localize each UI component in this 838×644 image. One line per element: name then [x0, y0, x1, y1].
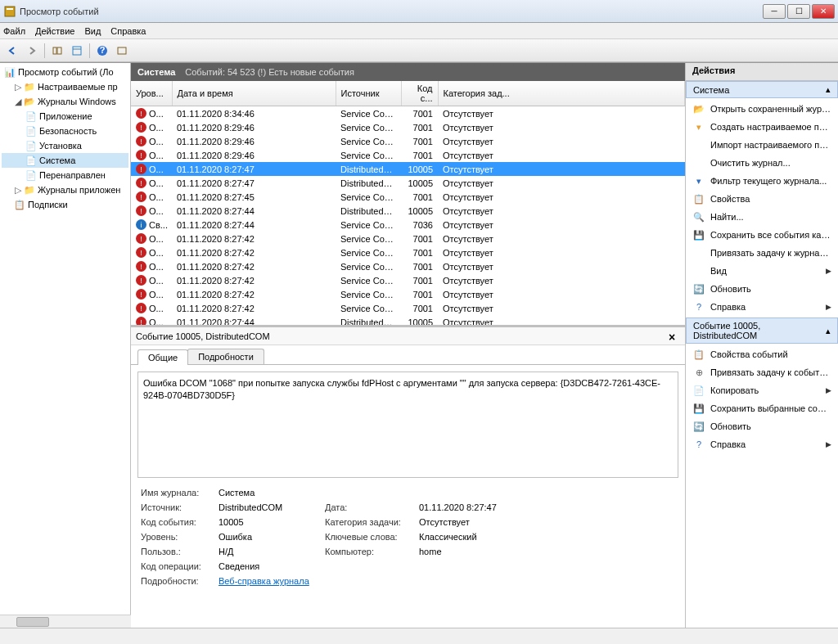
action-item[interactable]: ▾Создать настраиваемое предс...	[686, 118, 838, 136]
minimize-button[interactable]: ─	[763, 4, 786, 19]
expand-icon[interactable]: ▷	[13, 82, 23, 92]
table-row[interactable]: !О...01.11.2020 8:27:42Service Cont...70…	[131, 232, 685, 245]
action-item[interactable]: ?Справка▶	[686, 298, 838, 316]
tree-application[interactable]: 📄Приложение	[2, 109, 128, 124]
col-code[interactable]: Код с...	[401, 81, 438, 106]
table-row[interactable]: !О...01.11.2020 8:27:42Service Cont...70…	[131, 287, 685, 301]
action-item[interactable]: ?Справка▶	[686, 435, 838, 453]
submenu-arrow-icon: ▶	[826, 440, 831, 448]
tab-general[interactable]: Общие	[137, 349, 188, 365]
table-row[interactable]: !О...01.11.2020 8:27:47DistributedC...10…	[131, 162, 685, 176]
table-row[interactable]: iСв...01.11.2020 8:27:44Service Cont...7…	[131, 218, 685, 232]
table-row[interactable]: !О...01.11.2020 8:27:45Service Cont...70…	[131, 190, 685, 204]
action-item[interactable]: Очистить журнал...	[686, 154, 838, 172]
detail-close-button[interactable]: ×	[669, 331, 680, 342]
toolbar-btn-2[interactable]	[68, 42, 86, 60]
table-row[interactable]: !О...01.11.2020 8:27:44DistributedC...10…	[131, 315, 685, 325]
action-item[interactable]: Вид▶	[686, 262, 838, 280]
svg-rect-8	[118, 47, 126, 54]
table-row[interactable]: !О...01.11.2020 8:27:42Service Cont...70…	[131, 245, 685, 259]
menu-action[interactable]: Действие	[35, 26, 74, 36]
tree-subscriptions[interactable]: 📋Подписки	[2, 197, 128, 212]
action-item[interactable]: 🔄Обновить	[686, 417, 838, 435]
detail-message[interactable]: Ошибка DCOM "1068" при попытке запуска с…	[137, 372, 678, 478]
action-item[interactable]: Импорт настраиваемого пред...	[686, 136, 838, 154]
table-row[interactable]: !О...01.11.2020 8:27:42Service Cont...70…	[131, 273, 685, 287]
event-grid[interactable]: Уров... Дата и время Источник Код с... К…	[131, 81, 685, 325]
table-row[interactable]: !О...01.11.2020 8:27:44DistributedC...10…	[131, 204, 685, 218]
web-help-link[interactable]: Веб-справка журнала	[219, 576, 309, 586]
tree-setup[interactable]: 📄Установка	[2, 138, 128, 153]
forward-button[interactable]	[23, 42, 41, 60]
tree-security[interactable]: 📄Безопасность	[2, 124, 128, 138]
error-icon: !	[136, 136, 146, 146]
tree-label: Система	[39, 155, 75, 165]
table-row[interactable]: !О...01.11.2020 8:29:46Service Cont...70…	[131, 120, 685, 134]
action-item[interactable]: ⊕Привязать задачу к событию...	[686, 363, 838, 381]
action-item[interactable]: 💾Сохранить выбранные событи...	[686, 399, 838, 417]
toolbar-btn-1[interactable]	[48, 42, 66, 60]
tree-panel[interactable]: 📊Просмотр событий (Ло ▷📁Настраиваемые пр…	[0, 63, 131, 628]
table-row[interactable]: !О...01.11.2020 8:34:46Service Cont...70…	[131, 106, 685, 121]
table-row[interactable]: !О...01.11.2020 8:27:47DistributedC...10…	[131, 176, 685, 190]
date-cell: 01.11.2020 8:27:42	[172, 232, 336, 245]
prop-date-label: Дата:	[325, 502, 419, 512]
date-cell: 01.11.2020 8:27:42	[172, 273, 336, 287]
table-row[interactable]: !О...01.11.2020 8:27:42Service Cont...70…	[131, 259, 685, 273]
section-label: Система	[693, 85, 729, 95]
actions-section-event[interactable]: Событие 10005, DistributedCOM▴	[686, 317, 838, 344]
prop-lvl-label: Уровень:	[141, 532, 219, 542]
code-cell: 7001	[401, 190, 438, 204]
code-cell: 7001	[401, 245, 438, 259]
source-cell: Service Cont...	[336, 106, 401, 121]
date-cell: 01.11.2020 8:29:46	[172, 120, 336, 134]
source-cell: Service Cont...	[336, 273, 401, 287]
menu-view[interactable]: Вид	[84, 26, 101, 36]
col-category[interactable]: Категория зад...	[438, 81, 685, 106]
collapse-icon[interactable]: ◢	[13, 97, 23, 107]
code-cell: 7001	[401, 120, 438, 134]
code-cell: 7001	[401, 273, 438, 287]
back-button[interactable]	[3, 42, 21, 60]
tree-root[interactable]: 📊Просмотр событий (Ло	[2, 65, 128, 79]
code-cell: 10005	[401, 162, 438, 176]
action-item[interactable]: 📄Копировать▶	[686, 381, 838, 399]
col-date[interactable]: Дата и время	[172, 81, 336, 106]
action-icon	[692, 156, 705, 169]
help-button[interactable]: ?	[93, 42, 111, 60]
tree-system[interactable]: 📄Система	[2, 153, 128, 168]
maximize-button[interactable]: ☐	[787, 4, 810, 19]
tree-custom-views[interactable]: ▷📁Настраиваемые пр	[2, 79, 128, 94]
menu-file[interactable]: Файл	[3, 26, 25, 36]
action-item[interactable]: 🔍Найти...	[686, 208, 838, 226]
tree-forwarded[interactable]: 📄Перенаправлен	[2, 168, 128, 182]
action-item[interactable]: 💾Сохранить все события как...	[686, 226, 838, 244]
section-label: Событие 10005, DistributedCOM	[693, 321, 826, 340]
toolbar-btn-3[interactable]	[113, 42, 131, 60]
tree-windows-logs[interactable]: ◢📂Журналы Windows	[2, 94, 128, 109]
action-item[interactable]: 📂Открыть сохраненный журнал...	[686, 100, 838, 118]
table-row[interactable]: !О...01.11.2020 8:29:46Service Cont...70…	[131, 134, 685, 148]
tab-details[interactable]: Подробности	[187, 349, 264, 364]
expand-icon[interactable]: ▷	[13, 185, 23, 196]
action-item[interactable]: 📋Свойства событий	[686, 345, 838, 363]
table-row[interactable]: !О...01.11.2020 8:29:46Service Cont...70…	[131, 148, 685, 162]
menu-help[interactable]: Справка	[110, 26, 146, 36]
tree-app-logs[interactable]: ▷📁Журналы приложен	[2, 182, 128, 197]
error-icon: !	[136, 108, 146, 119]
action-item[interactable]: ▾Фильтр текущего журнала...	[686, 172, 838, 190]
action-item[interactable]: 📋Свойства	[686, 190, 838, 208]
folder-icon: 📂	[23, 95, 36, 108]
actions-header: Действия	[686, 63, 838, 81]
close-button[interactable]: ✕	[812, 4, 835, 19]
action-item[interactable]: 🔄Обновить	[686, 280, 838, 298]
actions-section-system[interactable]: Система▴	[686, 81, 838, 98]
error-icon: !	[136, 303, 146, 313]
tree-hscroll[interactable]	[0, 615, 131, 628]
col-level[interactable]: Уров...	[131, 81, 172, 106]
prop-log-label: Имя журнала:	[141, 488, 219, 498]
action-item[interactable]: Привязать задачу к журналу...	[686, 244, 838, 262]
table-row[interactable]: !О...01.11.2020 8:27:42Service Cont...70…	[131, 301, 685, 315]
col-source[interactable]: Источник	[336, 81, 401, 106]
action-label: Вид	[710, 266, 821, 276]
